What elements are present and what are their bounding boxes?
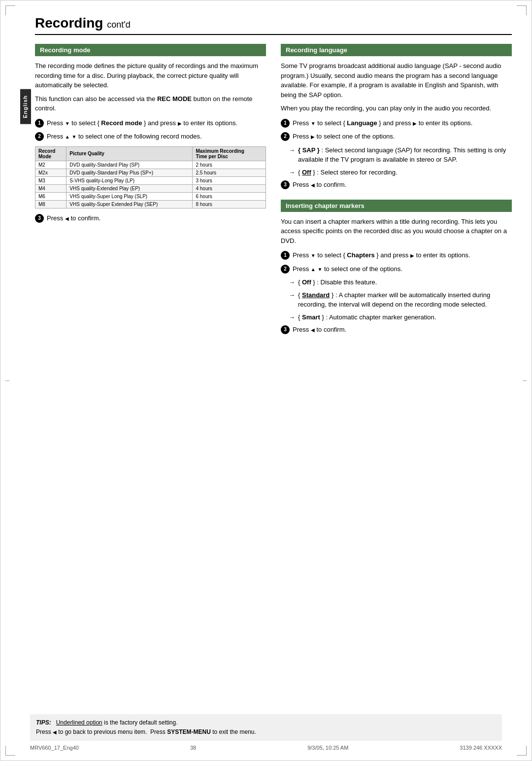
standard-underline: Standard [302, 291, 330, 299]
ins-bullet1-text: { Off } : Disable this feature. [298, 277, 377, 287]
table-header-time: Maximum RecordingTime per Disc [193, 146, 266, 161]
ins-bullet3: → { Smart } : Automatic chapter marker g… [289, 312, 512, 322]
recording-language-step1: 1 Press to select { Language } and press… [281, 118, 512, 128]
ins-off-bold: Off [302, 278, 311, 286]
table-cell: 2.5 hours [193, 169, 266, 176]
table-cell: 6 hours [193, 192, 266, 200]
ins-step2-number: 2 [281, 265, 290, 274]
recording-language-step3: 3 Press to confirm. [281, 180, 512, 190]
footer-meta-center: 38 [190, 745, 196, 751]
step1-number: 1 [35, 119, 44, 128]
table-cell: DVD quality-Standard Play (SP) [66, 161, 193, 169]
chapters-bold: Chapters [347, 251, 374, 259]
ins-arrow-left-icon [311, 326, 315, 333]
footer-meta-far-right: 3139 246 XXXXX [460, 745, 502, 751]
table-cell: M2 [35, 161, 66, 169]
two-column-layout: Recording mode The recording mode define… [35, 44, 512, 340]
arrow-down-icon2 [71, 133, 76, 140]
table-cell: 2 hours [193, 161, 266, 169]
table-cell: DVD quality-Standard Play Plus (SP+) [66, 169, 193, 176]
footer: TIPS: Underlined option is the factory d… [30, 714, 502, 751]
lang-arrow-left-icon [311, 181, 315, 188]
recording-mode-title: Recording mode [40, 46, 91, 54]
table-cell: VHS quality-Extended Play (EP) [66, 184, 193, 192]
arrow-down-icon [65, 119, 70, 127]
table-cell: VHS quality-Super Long Play (SLP) [66, 192, 193, 200]
step3-text: Press to confirm. [47, 213, 266, 223]
ins-arrow-up-icon [311, 265, 316, 273]
tips-arrow-left-icon [53, 728, 57, 735]
recording-language-step2: 2 Press to select one of the options. [281, 132, 512, 141]
table-cell: M8 [35, 200, 66, 208]
recording-language-para2: When you play the recording, you can pla… [281, 104, 512, 113]
recording-mode-header: Recording mode [35, 44, 266, 56]
inserting-chapter-markers-header: Inserting chapter markers [281, 200, 512, 212]
inserting-step3: 3 Press to confirm. [281, 325, 512, 335]
ins-arrow-down2-icon [317, 265, 322, 273]
page-title: Recording cont'd [35, 15, 512, 35]
title-contd: cont'd [107, 20, 130, 30]
lang-arrow-down-icon [311, 119, 316, 127]
arrow-left-icon [65, 214, 69, 222]
recording-mode-para1-text: The recording mode defines the picture q… [35, 62, 258, 89]
para2-text: This function can also be accessed via t… [35, 95, 155, 103]
off-underline: Off [302, 169, 311, 176]
ins-step2-text: Press to select one of the options. [293, 264, 512, 274]
lang-step1-text: Press to select { Language } and press t… [293, 118, 512, 128]
record-mode-table: RecordMode Picture Quality Maximum Recor… [35, 146, 266, 208]
smart-bold: Smart [302, 313, 320, 321]
rec-mode-bold: REC MODE [157, 95, 192, 103]
table-header-quality: Picture Quality [66, 146, 193, 161]
page-container: English Recording cont'd Recording mode … [0, 0, 532, 761]
recording-mode-step1: 1 Press to select { Record mode } and pr… [35, 118, 266, 128]
recording-mode-step3: 3 Press to confirm. [35, 213, 266, 223]
footer-tips: TIPS: Underlined option is the factory d… [30, 714, 502, 741]
language-tab: English [20, 89, 31, 124]
side-mark-right [523, 380, 527, 381]
inserting-step1: 1 Press to select { Chapters } and press… [281, 250, 512, 260]
sidebar-label: English [22, 95, 28, 118]
inserting-step2: 2 Press to select one of the options. [281, 264, 512, 274]
ins-bullet1: → { Off } : Disable this feature. [289, 277, 512, 287]
ins-bullet2-text: { Standard } : A chapter marker will be … [298, 290, 512, 310]
ins-arrow-sym3: → [289, 312, 295, 322]
lang-bullet1: → { SAP } : Select second language (SAP)… [289, 145, 512, 165]
step2-text: Press to select one of the following rec… [47, 132, 266, 141]
corner-mark-br [517, 746, 527, 756]
ins-arrow-right-icon [410, 251, 414, 259]
recording-mode-step2: 2 Press to select one of the following r… [35, 132, 266, 141]
inserting-para1: You can insert a chapter markers within … [281, 217, 512, 246]
arrow-sym2: → [289, 168, 295, 177]
arrow-right-icon [178, 119, 182, 127]
table-cell: M6 [35, 192, 66, 200]
footer-meta: MRV660_17_Eng40 38 9/3/05, 10:25 AM 3139… [30, 745, 502, 751]
footer-meta-date: 9/3/05, 10:25 AM [307, 745, 348, 751]
table-cell: VHS quality-Super Extended Play (SEP) [66, 200, 193, 208]
corner-mark-tr [517, 5, 527, 15]
table-row: M2DVD quality-Standard Play (SP)2 hours [35, 161, 266, 169]
table-cell: 4 hours [193, 184, 266, 192]
lang-step3-number: 3 [281, 180, 290, 189]
ins-arrow-sym1: → [289, 277, 295, 287]
left-column: Recording mode The recording mode define… [35, 44, 266, 340]
standard-bold: Standard [302, 291, 330, 299]
lang-arrow-right-icon [413, 119, 417, 127]
table-row: M8VHS quality-Super Extended Play (SEP)8… [35, 200, 266, 208]
ins-arrow-sym2: → [289, 290, 295, 300]
table-row: M2xDVD quality-Standard Play Plus (SP+)2… [35, 169, 266, 176]
arrow-up-icon [65, 133, 70, 140]
table-row: M4VHS quality-Extended Play (EP)4 hours [35, 184, 266, 192]
tips-label: TIPS: [36, 719, 51, 726]
lang-step2-number: 2 [281, 132, 290, 141]
ins-bullet3-text: { Smart } : Automatic chapter marker gen… [298, 312, 436, 322]
ins-bullet2: → { Standard } : A chapter marker will b… [289, 290, 512, 310]
ins-step3-number: 3 [281, 325, 290, 334]
table-header-mode: RecordMode [35, 146, 66, 161]
right-column: Recording language Some TV programs broa… [281, 44, 512, 340]
footer-meta-left: MRV660_17_Eng40 [30, 745, 79, 751]
off-bold: Off [302, 169, 311, 176]
table-cell: M3 [35, 176, 66, 184]
recording-mode-para2: This function can also be accessed via t… [35, 94, 266, 113]
title-text: Recording [35, 15, 103, 31]
inserting-chapter-markers-section: Inserting chapter markers You can insert… [281, 200, 512, 335]
